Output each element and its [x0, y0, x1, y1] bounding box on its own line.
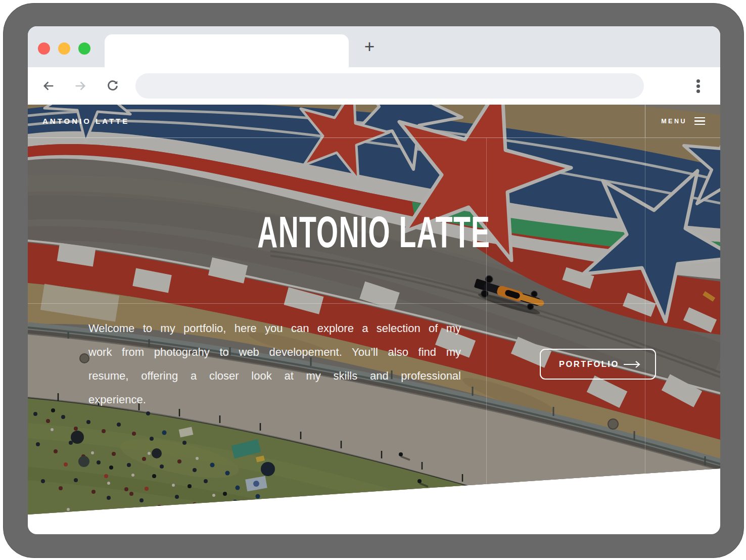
hero-title: ANTONIO LATTE [28, 210, 720, 254]
new-tab-button[interactable]: + [361, 36, 378, 57]
close-window-button[interactable] [38, 42, 50, 55]
address-bar[interactable] [135, 73, 644, 99]
grid-line-vertical [486, 138, 487, 534]
paragraph-line: experience. [88, 388, 461, 411]
grid-line-vertical [645, 138, 645, 534]
browser-tab[interactable] [105, 34, 349, 68]
maximize-window-button[interactable] [78, 42, 90, 55]
portfolio-button[interactable]: PORTFOLIO [540, 349, 656, 380]
portfolio-button-label: PORTFOLIO [559, 359, 619, 369]
hamburger-icon [694, 117, 705, 125]
menu-label: MENU [661, 118, 687, 125]
browser-toolbar [28, 67, 720, 105]
browser-menu-icon[interactable] [694, 79, 702, 93]
tab-strip: + [28, 26, 720, 67]
site-hero: ANTONIO LATTE MENU ANTONIO LATTE Welcome… [28, 105, 720, 534]
site-logo[interactable]: ANTONIO LATTE [42, 105, 129, 137]
site-navbar: ANTONIO LATTE MENU [28, 105, 720, 137]
paragraph-line: Welcome to my portfolio, here you can ex… [88, 316, 461, 340]
menu-button[interactable]: MENU [661, 105, 705, 137]
browser-window: + [28, 26, 720, 534]
minimize-window-button[interactable] [58, 42, 70, 55]
reload-icon[interactable] [106, 79, 120, 93]
paragraph-line: resume, offering a closer look at my ski… [88, 364, 461, 388]
paragraph-line: work from photograhy to web developement… [88, 340, 461, 364]
arrow-right-icon [623, 360, 641, 369]
hero-paragraph: Welcome to my portfolio, here you can ex… [88, 316, 461, 411]
grid-line-horizontal [28, 303, 657, 304]
browser-window-frame: + [3, 3, 744, 558]
forward-icon[interactable] [73, 79, 87, 93]
back-icon[interactable] [41, 79, 56, 93]
header-divider-line [28, 137, 720, 138]
